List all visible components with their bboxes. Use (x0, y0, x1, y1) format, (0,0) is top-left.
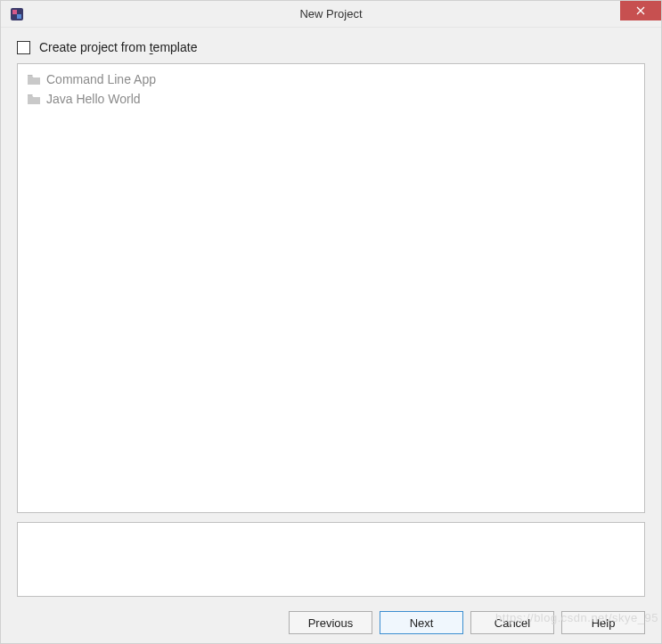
button-row: Previous Next Cancel Help (1, 602, 661, 643)
titlebar: New Project (1, 1, 661, 28)
svg-rect-2 (17, 14, 21, 19)
template-item-label: Command Line App (46, 72, 156, 86)
create-from-template-checkbox[interactable]: Create project from template (17, 40, 645, 54)
close-button[interactable] (620, 1, 661, 20)
next-button[interactable]: Next (380, 611, 463, 634)
window-title: New Project (1, 7, 661, 20)
template-item-label: Java Hello World (46, 92, 141, 106)
svg-rect-1 (12, 10, 17, 14)
template-list[interactable]: Command Line App Java Hello World (17, 63, 645, 513)
folder-icon (27, 93, 41, 105)
new-project-dialog: New Project Create project from template… (0, 0, 662, 644)
folder-icon (27, 73, 41, 86)
checkbox-box (17, 41, 30, 54)
app-icon (10, 7, 24, 21)
template-description-panel (17, 522, 645, 597)
template-item[interactable]: Command Line App (21, 69, 641, 89)
template-item[interactable]: Java Hello World (21, 89, 641, 109)
close-icon (636, 6, 645, 15)
previous-button[interactable]: Previous (289, 611, 372, 634)
help-button[interactable]: Help (561, 611, 645, 634)
checkbox-label: Create project from template (39, 40, 197, 54)
cancel-button[interactable]: Cancel (470, 611, 554, 634)
dialog-content: Create project from template Command Lin… (1, 28, 661, 602)
